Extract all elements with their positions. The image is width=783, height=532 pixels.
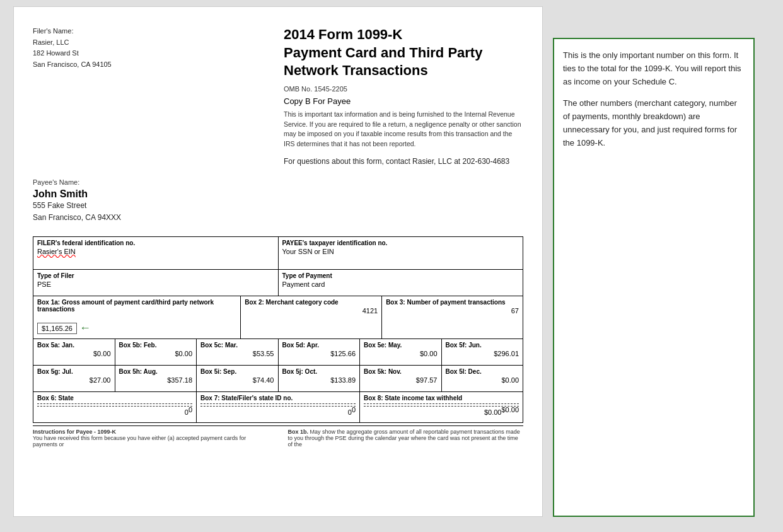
state-tax-value1: $0.00	[501, 406, 519, 413]
sidebar-annotation: This is the only important number on thi…	[553, 38, 755, 517]
monthly-cell: Box 5j: Oct.$133.89	[279, 366, 361, 391]
box2-value: 4121	[245, 307, 378, 315]
filer-id-cell: FILER's federal identification no. Rasie…	[33, 237, 279, 269]
top-section: Filer's Name: Rasier, LLC 182 Howard St …	[33, 26, 523, 166]
filer-info: Filer's Name: Rasier, LLC 182 Howard St …	[33, 26, 112, 166]
box1a-value: $1,165.26	[37, 323, 77, 334]
form-grid: FILER's federal identification no. Rasie…	[33, 236, 523, 423]
box3-value: 67	[386, 307, 519, 315]
instructions-left-title: Instructions for Payee - 1099-K	[33, 429, 116, 435]
filer-id-value: Rasier's EIN	[37, 248, 274, 255]
filer-address1: 182 Howard St	[33, 49, 79, 57]
page-wrapper: Filer's Name: Rasier, LLC 182 Howard St …	[13, 6, 770, 517]
monthly-cell: Box 5d: Apr.$125.66	[279, 339, 361, 365]
instructions-left-text: You have received this form because you …	[33, 435, 246, 448]
state-tax-cell: Box 8: State income tax withheld $0.00 $…	[360, 392, 523, 422]
payee-id-cell: PAYEE's taxpayer identification no. Your…	[279, 237, 523, 269]
arrow-icon: ←	[79, 321, 91, 335]
payee-label: Payee's Name:	[33, 178, 523, 186]
payee-address: 555 Fake Street San Francisco, CA 94XXX	[33, 200, 523, 224]
type-payment-cell: Type of Payment Payment card	[279, 270, 523, 296]
monthly-cell: Box 5f: Jun.$296.01	[442, 339, 523, 365]
state-value2: 0	[185, 408, 188, 416]
state-id-value2: 0	[348, 408, 352, 416]
filer-name: Rasier, LLC	[33, 38, 69, 46]
state-tax-value2: $0.00	[484, 408, 502, 416]
monthly-cell: Box 5c: Mar.$53.55	[197, 339, 279, 365]
monthly-cell: Box 5k: Nov.$97.57	[360, 366, 442, 391]
omb-number: OMB No. 1545-2205	[284, 85, 523, 93]
monthly-cell: Box 5a: Jan.$0.00	[33, 339, 115, 365]
row-ids: FILER's federal identification no. Rasie…	[33, 237, 523, 270]
box1a-cell: Box 1a: Gross amount of payment card/thi…	[33, 296, 241, 338]
payee-name: John Smith	[33, 188, 523, 200]
form-container: Filer's Name: Rasier, LLC 182 Howard St …	[13, 6, 543, 517]
instructions-right-text: May show the aggregate gross amount of a…	[288, 429, 520, 448]
type-filer-cell: Type of Filer PSE	[33, 270, 279, 296]
monthly-row-1: Box 5a: Jan.$0.00Box 5b: Feb.$0.00Box 5c…	[33, 339, 523, 366]
box3-cell: Box 3: Number of payment transactions 67	[382, 296, 523, 338]
monthly-cell: Box 5h: Aug.$357.18	[115, 366, 197, 391]
instructions-right: Box 1b. May show the aggregate gross amo…	[288, 429, 523, 448]
state-cell: Box 6: State 0 0	[33, 392, 197, 422]
description-text: This is important tax information and is…	[284, 110, 523, 149]
row-box1: Box 1a: Gross amount of payment card/thi…	[33, 296, 523, 339]
copy-b: Copy B For Payee	[284, 96, 523, 106]
state-value1: 0	[188, 406, 192, 413]
instructions-row: Instructions for Payee - 1099-K You have…	[33, 425, 523, 448]
contact-text: For questions about this form, contact R…	[284, 157, 523, 166]
row-type: Type of Filer PSE Type of Payment Paymen…	[33, 270, 523, 296]
payee-id-value: Your SSN or EIN	[282, 248, 519, 255]
arrow-annotation: $1,165.26 ←	[37, 321, 91, 335]
monthly-cell: Box 5g: Jul.$27.00	[33, 366, 115, 391]
box2-cell: Box 2: Merchant category code 4121	[241, 296, 382, 338]
row-state: Box 6: State 0 0 Box 7: State/Filer's st…	[33, 392, 523, 422]
instructions-right-title: Box 1b.	[288, 429, 309, 435]
payee-section: Payee's Name: John Smith 555 Fake Street…	[33, 178, 523, 224]
form-title: 2014 Form 1099-K Payment Card and Third …	[284, 26, 523, 80]
sidebar-paragraph-1: This is the only important number on thi…	[563, 49, 745, 88]
state-id-value1: 0	[352, 406, 356, 413]
monthly-row-2: Box 5g: Jul.$27.00Box 5h: Aug.$357.18Box…	[33, 366, 523, 392]
monthly-cell: Box 5e: May.$0.00	[360, 339, 442, 365]
sidebar-paragraph-2: The other numbers (merchant category, nu…	[563, 97, 745, 149]
filer-label: Filer's Name:	[33, 27, 73, 35]
form-title-block: 2014 Form 1099-K Payment Card and Third …	[284, 26, 523, 166]
state-id-cell: Box 7: State/Filer's state ID no. 0 0	[197, 392, 360, 422]
monthly-cell: Box 5i: Sep.$74.40	[197, 366, 279, 391]
filer-address2: San Francisco, CA 94105	[33, 61, 112, 68]
instructions-left: Instructions for Payee - 1099-K You have…	[33, 429, 268, 448]
monthly-cell: Box 5l: Dec.$0.00	[442, 366, 523, 391]
monthly-cell: Box 5b: Feb.$0.00	[115, 339, 197, 365]
